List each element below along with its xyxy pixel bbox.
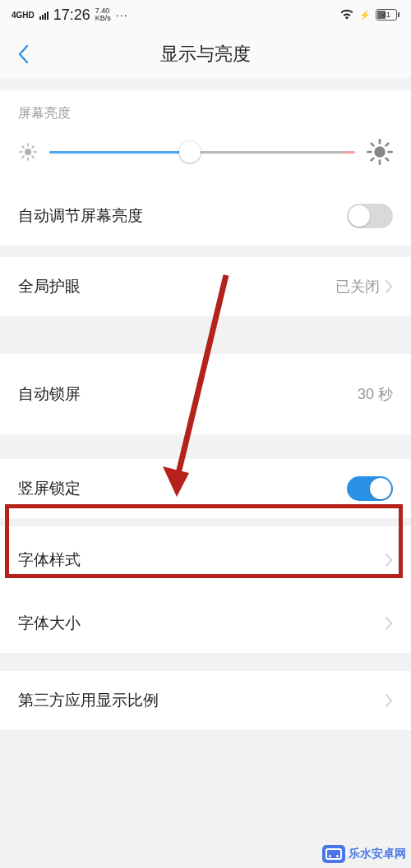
svg-point-9: [374, 146, 385, 157]
svg-line-14: [372, 144, 374, 146]
svg-point-0: [25, 149, 31, 155]
row-label: 字体样式: [18, 549, 81, 571]
signal-icon: [39, 10, 48, 20]
portrait-lock-toggle[interactable]: [347, 476, 393, 501]
svg-line-15: [386, 158, 389, 161]
row-eye-protect[interactable]: 全局护眼 已关闭: [0, 257, 411, 316]
row-auto-lock[interactable]: 自动锁屏 30 秒: [0, 354, 411, 434]
svg-line-6: [32, 156, 34, 158]
svg-line-17: [386, 144, 389, 146]
watermark-icon: [322, 845, 345, 863]
network-label: 4GHD: [12, 11, 35, 20]
status-bar: 4GHD 17:26 7.40KB/s ··· ⚡ 41: [0, 0, 411, 30]
clock: 17:26: [53, 7, 90, 24]
svg-line-8: [32, 146, 34, 148]
row-value: 已关闭: [335, 277, 393, 296]
charging-icon: ⚡: [359, 10, 371, 21]
row-font-size[interactable]: 字体大小: [0, 594, 411, 653]
row-label: 竖屏锁定: [18, 478, 81, 499]
watermark-text: 乐水安卓网: [349, 847, 406, 861]
status-left: 4GHD 17:26 7.40KB/s ···: [12, 7, 128, 24]
chevron-right-icon: [385, 693, 393, 708]
status-right: ⚡ 41: [339, 8, 399, 22]
row-third-party-scale[interactable]: 第三方应用显示比例: [0, 671, 411, 730]
row-label: 第三方应用显示比例: [18, 690, 159, 711]
row-label: 字体大小: [18, 613, 81, 634]
row-portrait-lock[interactable]: 竖屏锁定: [0, 459, 411, 518]
row-font-style[interactable]: 字体样式: [0, 526, 411, 594]
chevron-right-icon: [385, 616, 393, 631]
slider-fill: [49, 151, 190, 154]
watermark: 乐水安卓网: [322, 845, 406, 863]
row-auto-brightness[interactable]: 自动调节屏幕亮度: [0, 186, 411, 246]
chevron-right-icon: [385, 553, 393, 567]
net-speed: 7.40KB/s: [95, 7, 111, 22]
row-label: 自动调节屏幕亮度: [18, 205, 143, 227]
battery-icon: 41: [376, 9, 399, 21]
brightness-slider-row: [0, 131, 411, 186]
brightness-label: 屏幕亮度: [0, 90, 411, 131]
auto-brightness-toggle[interactable]: [347, 204, 393, 228]
more-dots-icon: ···: [116, 8, 128, 21]
brightness-high-icon: [367, 139, 393, 165]
brightness-section: 屏幕亮度: [0, 90, 411, 186]
svg-line-16: [372, 158, 374, 161]
brightness-slider[interactable]: [49, 142, 355, 162]
chevron-right-icon: [385, 279, 393, 294]
brightness-low-icon: [18, 142, 38, 162]
slider-thumb[interactable]: [179, 141, 201, 163]
row-value: 30 秒: [358, 384, 393, 404]
row-label: 自动锁屏: [18, 383, 81, 405]
svg-line-5: [22, 146, 24, 148]
svg-line-7: [22, 156, 24, 158]
battery-percent: 41: [382, 11, 390, 19]
page-title: 显示与亮度: [0, 42, 411, 67]
wifi-icon: [339, 8, 354, 22]
header: 显示与亮度: [0, 30, 411, 79]
row-label: 全局护眼: [18, 276, 81, 297]
